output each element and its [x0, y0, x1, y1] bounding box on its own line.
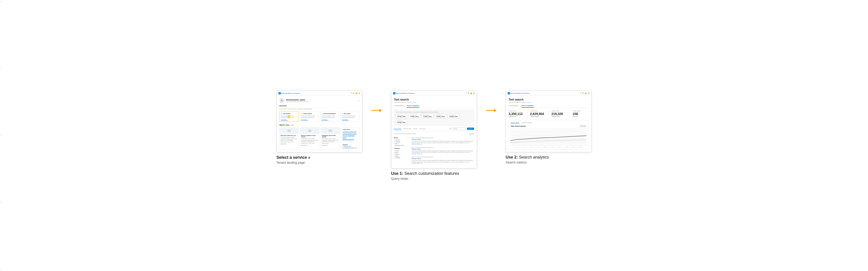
facet-dot — [394, 158, 395, 158]
news-img-icon-2 — [308, 130, 311, 132]
sc2-search-btn[interactable]: Search — [467, 128, 474, 130]
sc2-config-3[interactable]: Config name Config_value — [422, 113, 433, 118]
env-name: Environment_name — [286, 99, 357, 101]
sc3-divider-3 — [570, 110, 570, 117]
sc2-facets: Brand Columbia Timberlan Nike Worldwide … — [394, 137, 410, 166]
sc2-result-desc-1: Lorem ipsum dolor sit amet, consectetur … — [412, 140, 474, 145]
sc3-filter-btn[interactable]: Filter data — [579, 125, 587, 127]
sc2-tabs: Customization Search analytics — [394, 105, 474, 108]
sc3-x-label-6: Feb/19 — [558, 146, 561, 148]
sc3-divider-2 — [549, 110, 549, 117]
sc3-tab-analytics[interactable]: Search analytics — [521, 105, 534, 108]
learn-more-title: Learn more — [343, 129, 358, 130]
news-card-3[interactable]: Intelligent search API update Lorem ipsu… — [321, 127, 340, 150]
sc2-facet-cat-3[interactable]: Fitness — [394, 153, 410, 155]
service-card-text-search[interactable]: Text Search Lorem ipsum dolor sit amet, … — [279, 111, 298, 122]
sc3-chart-inner: Jan/8 Jan/15 Jan/22 Jan/29 Feb/5 Feb/12 … — [510, 128, 587, 148]
services-label: Services — [279, 105, 360, 107]
sc3-metric-change-1: +28,634 (4.5%) — [508, 116, 524, 117]
sc2-facet-brand-2[interactable]: Timberlan — [394, 141, 410, 143]
service-title-2: Visual search — [301, 113, 317, 114]
sc2-facet-cat-2[interactable]: Dress — [394, 151, 410, 153]
sc2-query-tab-query-tester[interactable]: Query tester — [394, 128, 401, 130]
sc2-query-tab-synonyms[interactable]: Synonyms — [419, 128, 426, 130]
sc2-search-icon: 🔍 — [450, 128, 452, 130]
learn-link-2[interactable]: Lorem ipsum dolor sit amet — [343, 133, 358, 135]
sc3-tab-customization[interactable]: Customization — [508, 105, 519, 108]
service-btn-1[interactable]: Get started → — [281, 119, 297, 121]
topbar-icon-2: ⚙ — [353, 92, 354, 94]
sc2-result-title-3[interactable]: Product name — [412, 158, 474, 159]
sc2-config-6[interactable]: Config name Config_value — [396, 120, 407, 124]
sc3-metric-change-4: 46 (4.5%) — [573, 116, 589, 117]
sc3-metric-change-2: +179,904 details — [530, 116, 546, 117]
sc3-brand-icon: B — [508, 92, 510, 94]
sc3-chart-tab-search[interactable]: Search names — [510, 122, 520, 124]
sc2-config-row: Config name Config_value Config name Con… — [396, 113, 472, 124]
screenshot-3: B Microsoft Bing for Commerce ? ⚙ 🔔 Text… — [506, 91, 592, 152]
sc3-metric-label-2: Analytics data 2 — [530, 110, 546, 111]
sc2-page-date: Last visited: Mar 16, 2020 at 2:22 pm — [394, 102, 474, 103]
sc1-topbar-icons: ? ⚙ 🔔 — [351, 92, 360, 94]
sc3-chart-tabs: Search names Customer insights — [510, 122, 587, 124]
sc3-topbar-icons: ? ⚙ 🔔 — [580, 92, 590, 94]
facet-dot — [394, 140, 395, 140]
sc2-facet-brand-title: Brand — [394, 137, 410, 138]
sc2-config-2[interactable]: Config name Config_value — [409, 113, 421, 118]
sc2-result-title-1[interactable]: Product name — [412, 139, 474, 140]
sc3-topbar: B Microsoft Bing for Commerce ? ⚙ 🔔 — [506, 91, 591, 96]
sc2-topbar-icons: ? ⚙ 🔔 — [466, 92, 475, 94]
facet-dot — [394, 152, 395, 153]
sc2-facet-cat-5[interactable]: CA 99510 — [394, 157, 410, 159]
news-link-3[interactable]: Learn more — [322, 144, 339, 146]
sc2-facet-brand-1[interactable]: Columbia — [394, 139, 410, 141]
main-container: B Microsoft Bing for Commerce ? ⚙ 🔔 C En… — [253, 91, 615, 180]
sc2-content: Text search Last visited: Mar 16, 2020 a… — [391, 96, 477, 168]
service-card-visual[interactable]: Visual search Lorem ipsum dolor sit amet… — [300, 111, 319, 122]
news-card-2[interactable]: Recent updates in this Tenant Lorem ipsu… — [300, 127, 319, 150]
sc3-x-label-7: Feb/26 — [565, 146, 568, 148]
news-link-1[interactable]: Learn more — [281, 143, 298, 144]
service-btn-3[interactable]: Get started → — [321, 119, 338, 121]
sc2-results-info: 1-48 of over 72,000 results for shoes — [394, 133, 416, 134]
news-desc-2: Lorem ipsum dolor sit amet, consectetur … — [301, 138, 318, 144]
learn-more-panel: Learn more Lorem ipsum dolor sit amet Lo… — [341, 127, 360, 142]
sc2-search-input[interactable]: shoes — [453, 127, 466, 130]
service-desc-3: Lorem ipsum dolor sit amet, consectetur … — [321, 115, 338, 118]
sc1-brand: B Microsoft Bing for Commerce — [278, 92, 300, 94]
sc2-result-1: SKU: 1 | Lorem ipsum/productname1.name P… — [412, 137, 474, 145]
service-btn-2[interactable]: Get started → — [301, 119, 317, 121]
learn-link-3[interactable]: How do I configure algo def.pdf — [343, 135, 358, 138]
sc2-config-4[interactable]: Config name Config_value — [435, 113, 446, 118]
service-card-ml-ranker[interactable]: ML ranker Lorem ipsum dolor sit amet, co… — [340, 111, 360, 122]
service-btn-4[interactable]: Get started → — [342, 119, 358, 121]
sc2-results-header: 1-48 of over 72,000 results for shoes Al… — [394, 133, 474, 136]
sc1-services-grid: Text Search Lorem ipsum dolor sit amet, … — [279, 111, 360, 122]
sc2-all-tab[interactable]: All tab ▾ — [469, 133, 474, 136]
new-badge: New — [290, 124, 294, 126]
whats-new-section: What's new New Save time with new_ — [279, 124, 360, 150]
learn-link-4[interactable]: connectibo_admino.dll — [343, 138, 358, 140]
sc3-tabs: Customization Search analytics — [508, 105, 589, 108]
sc2-result-title-2[interactable]: Product name — [412, 148, 474, 150]
sc2-tab-customization[interactable]: Customization — [394, 105, 404, 108]
step3-label-title: Use 2: Search analytics — [506, 155, 549, 160]
sc2-facet-brand-3[interactable]: Nike — [394, 143, 410, 144]
sc2-facet-cat-1[interactable]: Casual — [394, 150, 410, 151]
sc2-query-tab-facets[interactable]: Facets — [413, 128, 417, 130]
sc2-facet-brand-4[interactable]: Worldwide Trader — [394, 144, 410, 146]
service-title-3: Recommendations — [321, 113, 338, 114]
sc2-facet-category: Category Casual Dress Fitness Hiking CA … — [394, 148, 410, 159]
news-link-2[interactable]: Learn more — [301, 144, 318, 146]
sc2-tab-analytics[interactable]: Search analytics — [407, 105, 419, 108]
sc1-env-avatar: C — [279, 98, 284, 103]
sc2-query-tab-ranking[interactable]: Ranking rules — [403, 128, 412, 130]
sc2-facet-cat-4[interactable]: Hiking — [394, 155, 410, 157]
sc3-x-label-5: Feb/12 — [551, 146, 554, 148]
learn-link-1[interactable]: Lorem ipsum dolor sit amet — [343, 131, 358, 133]
sc2-config-1[interactable]: Config name Config_value — [396, 113, 407, 118]
sc2-config-5[interactable]: Config name Config_value — [448, 113, 460, 118]
sc3-chart-tab-customer[interactable]: Customer insights — [521, 122, 532, 124]
service-card-recommendations[interactable]: Recommendations Lorem ipsum dolor sit am… — [320, 111, 339, 122]
news-card-1[interactable]: Save time with new_xyz Lorem ipsum dolor… — [279, 127, 299, 150]
